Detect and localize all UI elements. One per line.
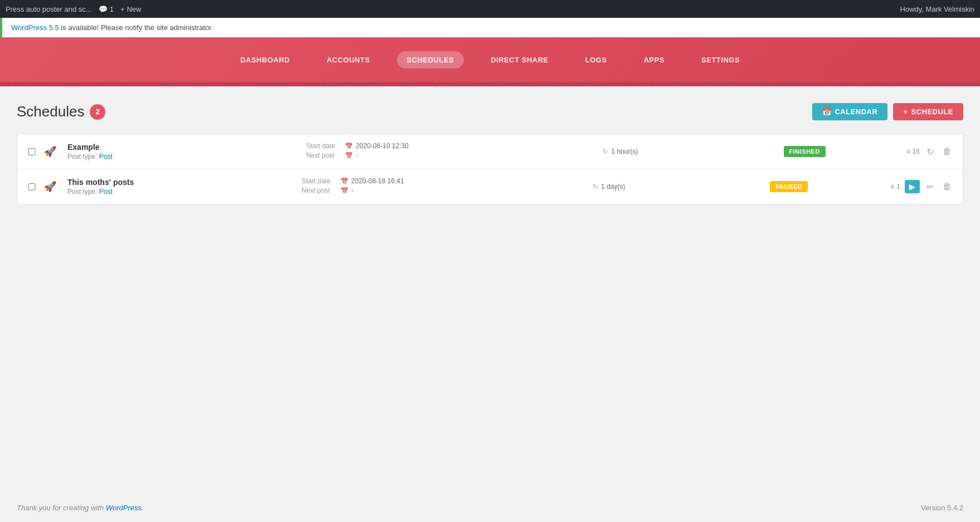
main-content: Schedules 2 📅 CALENDAR + SCHEDULE 🚀 Exam… bbox=[0, 86, 980, 496]
notice-message: is available! Please notify the site adm… bbox=[59, 23, 214, 32]
schedules-table: 🚀 Example Post type: Post Start date 📅 2… bbox=[17, 134, 963, 204]
edit-icon: ✏ bbox=[926, 182, 934, 192]
user-greeting: Howdy, Mark Velmiskin bbox=[900, 5, 974, 13]
admin-bar: Press auto poster and sc... 💬 1 + New Ho… bbox=[0, 0, 980, 18]
status-badge: FINISHED bbox=[784, 146, 826, 157]
footer-credit: Thank you for creating with WordPress. bbox=[17, 504, 144, 512]
new-link[interactable]: + New bbox=[120, 5, 142, 13]
rocket-icon: 🚀 bbox=[44, 146, 56, 157]
nav-accounts[interactable]: ACCOUNTS bbox=[317, 51, 380, 69]
nav-items: DASHBOARD ACCOUNTS SCHEDULES DIRECT SHAR… bbox=[230, 51, 750, 69]
schedule-1-count: ≡ 16 bbox=[906, 148, 920, 155]
schedule-1-post-type: Post type: Post bbox=[67, 153, 299, 160]
calendar-icon: 📅 bbox=[822, 108, 832, 116]
schedule-2-dates: Start date 📅 2020-08-18 16:41 Next post … bbox=[302, 177, 586, 196]
update-notice: WordPress 5.5 is available! Please notif… bbox=[0, 18, 980, 37]
page-header: Schedules 2 📅 CALENDAR + SCHEDULE bbox=[17, 103, 963, 120]
schedule-2-post-type: Post type: Post bbox=[67, 188, 295, 196]
refresh-icon-btn: ↻ bbox=[926, 147, 934, 157]
trash-icon: 🗑 bbox=[943, 147, 952, 157]
calendar-small-icon: 📅 bbox=[345, 143, 353, 150]
schedule-1-refresh-button[interactable]: ↻ bbox=[924, 145, 936, 158]
refresh-icon-2: ↻ bbox=[593, 183, 598, 191]
footer: Thank you for creating with WordPress. V… bbox=[0, 496, 980, 520]
calendar-small-icon-4: 📅 bbox=[341, 187, 348, 194]
table-row: 🚀 This moths' posts Post type: Post Star… bbox=[17, 169, 963, 204]
schedule-2-start-date: 2020-08-18 16:41 bbox=[351, 177, 404, 185]
plus-icon: + bbox=[903, 108, 908, 116]
footer-inner: Thank you for creating with WordPress. V… bbox=[17, 504, 963, 512]
list-icon: ≡ bbox=[906, 148, 910, 155]
schedule-2-next-post-line: Next post 📅 - bbox=[302, 187, 586, 194]
nav-schedules[interactable]: SCHEDULES bbox=[397, 51, 464, 69]
schedule-2-title: This moths' posts bbox=[67, 178, 295, 187]
nav-pattern bbox=[0, 82, 980, 86]
schedule-1-next-post: - bbox=[356, 152, 358, 159]
schedule-2-status: PAUSED bbox=[770, 181, 884, 192]
table-row: 🚀 Example Post type: Post Start date 📅 2… bbox=[17, 134, 963, 169]
wp-footer-link[interactable]: WordPress bbox=[106, 504, 142, 512]
calendar-small-icon-2: 📅 bbox=[345, 152, 353, 159]
footer-version: Version 5.4.2 bbox=[921, 504, 963, 512]
schedule-2-interval: ↻ 1 day(s) bbox=[593, 183, 763, 191]
refresh-icon: ↻ bbox=[603, 148, 608, 155]
wp-version-link[interactable]: WordPress 5.5 bbox=[11, 23, 59, 32]
schedule-1-title: Example bbox=[67, 143, 299, 152]
schedule-2-edit-button[interactable]: ✏ bbox=[924, 180, 936, 193]
add-schedule-button[interactable]: + SCHEDULE bbox=[893, 103, 963, 120]
plugin-nav: DASHBOARD ACCOUNTS SCHEDULES DIRECT SHAR… bbox=[0, 37, 980, 82]
list-icon: ≡ bbox=[890, 183, 894, 191]
nav-direct-share[interactable]: DIRECT SHARE bbox=[481, 51, 559, 69]
schedule-2-icon: 🚀 bbox=[44, 180, 61, 193]
plus-icon: + bbox=[120, 5, 125, 13]
row-checkbox-2[interactable] bbox=[26, 183, 37, 191]
schedule-2-name-area: This moths' posts Post type: Post bbox=[67, 178, 295, 196]
nav-logs[interactable]: LOGS bbox=[575, 51, 617, 69]
header-actions: 📅 CALENDAR + SCHEDULE bbox=[812, 103, 963, 120]
bubble-icon: 💬 bbox=[99, 5, 108, 13]
schedule-1-start-date-line: Start date 📅 2020-08-10 12:30 bbox=[306, 142, 596, 150]
schedules-count-badge: 2 bbox=[90, 104, 105, 120]
schedule-1-next-post-line: Next post 📅 - bbox=[306, 152, 596, 159]
schedule-1-dates: Start date 📅 2020-08-10 12:30 Next post … bbox=[306, 142, 596, 161]
row-checkbox-1[interactable] bbox=[26, 148, 37, 155]
schedule-2-post-type-link[interactable]: Post bbox=[99, 188, 113, 196]
nav-dashboard[interactable]: DASHBOARD bbox=[230, 51, 300, 69]
schedule-1-name-area: Example Post type: Post bbox=[67, 143, 299, 160]
site-title: Press auto poster and sc... bbox=[6, 5, 92, 13]
schedule-1-start-date: 2020-08-10 12:30 bbox=[356, 142, 409, 150]
schedule-2-next-post: - bbox=[351, 187, 353, 194]
calendar-small-icon-3: 📅 bbox=[341, 178, 348, 185]
nav-apps[interactable]: APPS bbox=[634, 51, 675, 69]
play-icon: ▶ bbox=[909, 182, 915, 191]
status-badge: PAUSED bbox=[770, 181, 808, 192]
page-title-area: Schedules 2 bbox=[17, 103, 105, 120]
trash-icon: 🗑 bbox=[943, 182, 952, 192]
comments-link[interactable]: 💬 1 bbox=[99, 5, 114, 13]
nav-settings[interactable]: SETTINGS bbox=[691, 51, 750, 69]
rocket-icon: 🚀 bbox=[44, 181, 56, 192]
admin-bar-left: Press auto poster and sc... 💬 1 + New bbox=[6, 5, 141, 13]
schedule-1-delete-button[interactable]: 🗑 bbox=[940, 145, 954, 158]
schedule-2-actions: ≡ 1 ▶ ✏ 🗑 bbox=[890, 180, 954, 193]
schedule-2-start-date-line: Start date 📅 2020-08-18 16:41 bbox=[302, 177, 586, 185]
schedule-1-actions: ≡ 16 ↻ 🗑 bbox=[906, 145, 954, 158]
schedule-1-icon: 🚀 bbox=[44, 145, 61, 158]
schedule-1-post-type-link[interactable]: Post bbox=[99, 153, 113, 160]
calendar-button[interactable]: 📅 CALENDAR bbox=[812, 103, 887, 120]
schedule-1-interval: ↻ 1 hour(s) bbox=[603, 148, 777, 155]
schedule-2-count: ≡ 1 bbox=[890, 183, 900, 191]
schedule-2-delete-button[interactable]: 🗑 bbox=[940, 180, 954, 193]
schedule-1-status: FINISHED bbox=[784, 146, 900, 157]
schedule-2-play-button[interactable]: ▶ bbox=[905, 180, 920, 193]
page-title: Schedules bbox=[17, 103, 84, 120]
